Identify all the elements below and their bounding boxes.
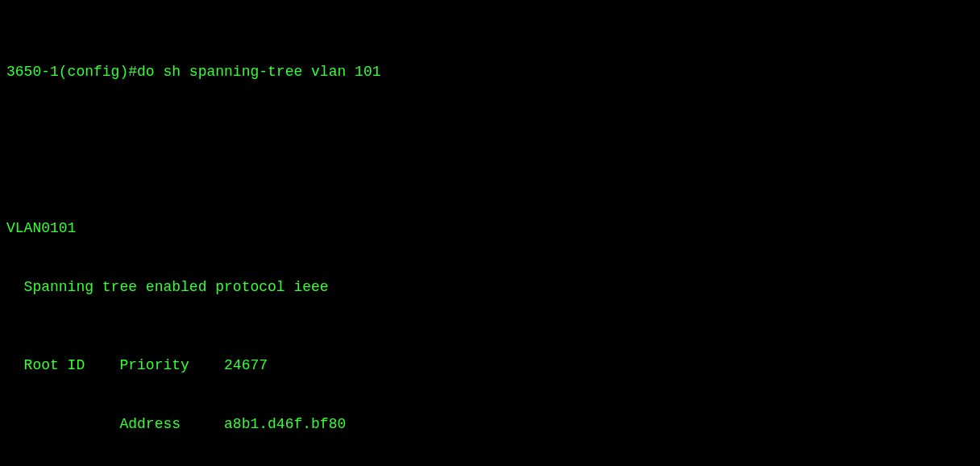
blank-line (6, 140, 974, 160)
root-address-value: a8b1.d46f.bf80 (224, 416, 346, 432)
root-id-label: Root ID (6, 357, 119, 373)
protocol-line: Spanning tree enabled protocol ieee (6, 277, 974, 297)
root-id-address: Address a8b1.d46f.bf80 (6, 414, 974, 434)
root-id-priority: Root ID Priority 24677 (6, 356, 974, 375)
root-priority-label: Priority (119, 357, 224, 373)
typed-command: do sh spanning-tree vlan 101 (137, 64, 380, 80)
command-line: 3650-1(config)#do sh spanning-tree vlan … (6, 62, 974, 81)
root-address-label: Address (6, 416, 224, 432)
vlan-header: VLAN0101 (6, 218, 974, 238)
prompt: 3650-1(config)# (6, 64, 137, 80)
terminal-output[interactable]: 3650-1(config)#do sh spanning-tree vlan … (0, 0, 980, 466)
root-priority-value: 24677 (224, 357, 268, 373)
